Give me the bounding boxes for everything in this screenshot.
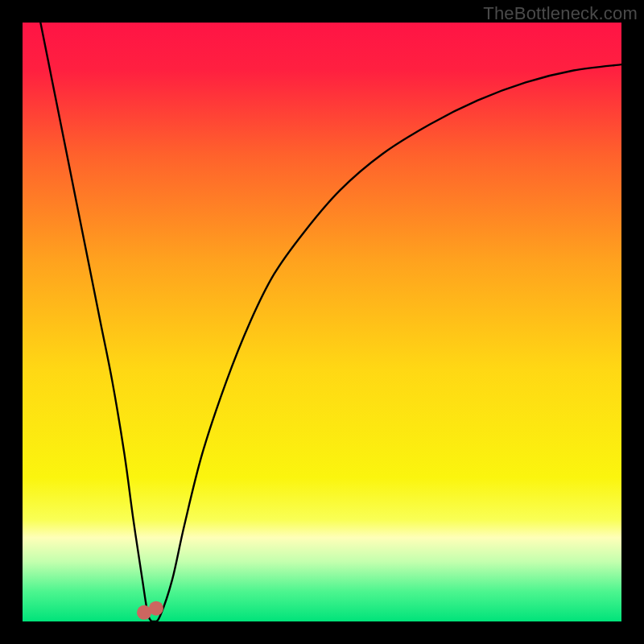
gradient-background xyxy=(23,23,621,621)
plot-area xyxy=(23,23,621,621)
chart-frame: TheBottleneck.com xyxy=(0,0,644,644)
watermark-text: TheBottleneck.com xyxy=(483,3,638,24)
dip-marker-point xyxy=(149,601,163,616)
chart-svg xyxy=(23,23,621,621)
